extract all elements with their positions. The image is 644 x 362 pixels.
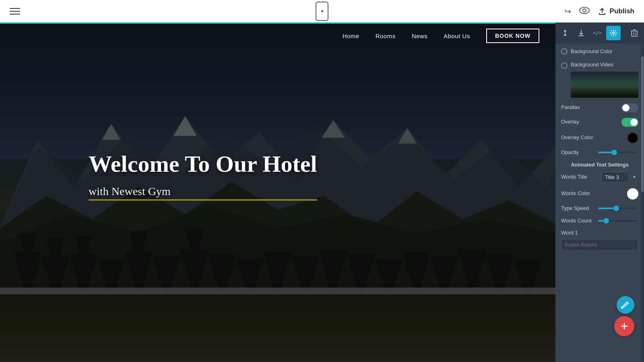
background-color-radio[interactable]	[561, 48, 568, 55]
words-title-row: Words Title Title 1 Title 2 Title 3 Titl…	[561, 172, 638, 183]
words-title-select[interactable]: Title 1 Title 2 Title 3 Title 4	[601, 172, 629, 183]
opacity-slider[interactable]	[598, 152, 638, 153]
overlay-label: Overlay	[561, 119, 618, 125]
words-count-slider[interactable]	[598, 220, 638, 222]
topbar-right: ↩ Publish	[564, 6, 634, 16]
nav-news[interactable]: News	[412, 33, 428, 39]
background-video-thumbnail[interactable]	[571, 72, 638, 98]
background-video-label: Background Video	[571, 62, 613, 68]
overlay-row: Overlay	[561, 118, 638, 127]
upload-cloud-icon	[598, 7, 607, 16]
panel-scrollbar[interactable]	[641, 23, 644, 362]
publish-button[interactable]: Publish	[598, 7, 634, 16]
edit-fab-button[interactable]	[617, 296, 634, 314]
hero-section: Welcome To Our Hotel with Newest Gym	[89, 151, 317, 201]
word1-label: Word 1	[561, 230, 638, 237]
add-fab-button[interactable]	[614, 316, 634, 336]
type-speed-row: Type Speed	[561, 205, 638, 212]
type-speed-label: Type Speed	[561, 205, 595, 212]
canvas: Home Rooms News About Us BOOK NOW Welcom…	[0, 23, 555, 362]
words-color-label: Words Color	[561, 190, 624, 197]
overlay-color-label: Overlay Color	[561, 134, 624, 141]
svg-point-0	[580, 7, 589, 14]
hamburger-icon[interactable]	[10, 8, 20, 14]
parallax-label: Parallax	[561, 104, 618, 111]
hero-subtitle: with Newest Gym	[89, 185, 317, 201]
topbar-left	[10, 8, 20, 14]
nav-rooms[interactable]: Rooms	[376, 33, 396, 39]
eye-icon[interactable]	[579, 6, 590, 16]
word1-input[interactable]	[561, 239, 638, 251]
panel-content: Background Color Background Video Parall…	[555, 43, 644, 259]
background-video-radio[interactable]	[561, 62, 568, 69]
background-color-label: Background Color	[571, 48, 638, 55]
background-video-row: Background Video	[561, 61, 638, 98]
download-tool-button[interactable]	[574, 26, 588, 40]
settings-tool-button[interactable]	[606, 26, 621, 40]
words-color-row: Words Color	[561, 188, 638, 200]
words-color-swatch[interactable]	[627, 188, 638, 200]
background-color-row: Background Color	[561, 48, 638, 55]
type-speed-slider[interactable]	[598, 208, 638, 209]
nav-about[interactable]: About Us	[444, 33, 470, 39]
hero-title: Welcome To Our Hotel	[89, 151, 317, 177]
overlay-color-swatch[interactable]	[627, 132, 638, 144]
site-nav: Home Rooms News About Us BOOK NOW	[0, 24, 555, 48]
topbar: ↩ Publish	[0, 0, 644, 23]
panel-toolbar: </>	[555, 23, 644, 43]
overlay-toggle[interactable]	[621, 118, 638, 127]
opacity-row: Opacity	[561, 149, 638, 156]
svg-point-38	[613, 32, 615, 34]
delete-tool-button[interactable]	[627, 26, 642, 40]
undo-icon[interactable]: ↩	[564, 6, 571, 16]
word1-section: Word 1	[561, 230, 638, 251]
overlay-color-row: Overlay Color	[561, 132, 638, 144]
words-count-label: Words Count	[561, 218, 595, 224]
mobile-view-icon[interactable]	[316, 2, 328, 21]
parallax-toggle[interactable]	[621, 103, 638, 112]
words-title-label: Words Title	[561, 174, 598, 181]
main-area: Home Rooms News About Us BOOK NOW Welcom…	[0, 23, 644, 362]
words-title-select-wrap: Title 1 Title 2 Title 3 Title 4	[601, 172, 638, 183]
book-now-button[interactable]: BOOK NOW	[486, 29, 539, 43]
publish-label: Publish	[610, 7, 634, 15]
opacity-label: Opacity	[561, 149, 595, 156]
words-count-row: Words Count	[561, 218, 638, 224]
code-tool-button[interactable]: </>	[590, 26, 605, 40]
topbar-center	[316, 2, 328, 21]
svg-rect-39	[632, 31, 637, 36]
panel-scrollbar-thumb	[641, 56, 644, 192]
animated-text-heading: Animated Text Settings	[561, 162, 638, 168]
svg-point-1	[583, 9, 586, 12]
nav-home[interactable]: Home	[343, 33, 359, 39]
reorder-tool-button[interactable]	[558, 26, 572, 40]
parallax-row: Parallax	[561, 103, 638, 112]
